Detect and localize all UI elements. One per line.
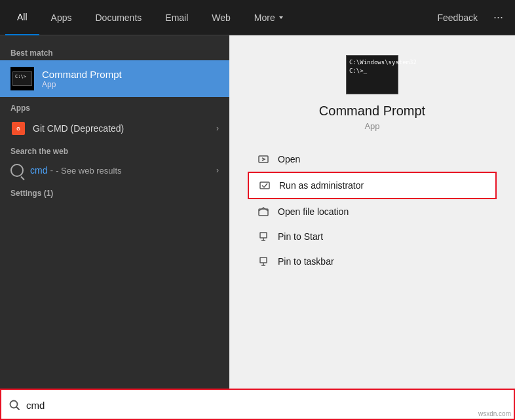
open-icon: [257, 153, 270, 166]
web-search-section-label: Search the web: [0, 142, 229, 159]
top-navigation: All Apps Documents Email Web More Feedba…: [0, 0, 515, 35]
watermark: wsxdn.com: [478, 410, 511, 417]
pin-to-start-icon: [257, 230, 270, 243]
more-options-button[interactable]: ···: [487, 0, 510, 35]
tab-more[interactable]: More: [242, 0, 296, 35]
open-file-location-icon: [257, 205, 270, 218]
right-panel: C:\Windows\system32C:\>_ Command Prompt …: [229, 35, 515, 389]
web-search-sep: -: [50, 165, 53, 176]
svg-text:G: G: [16, 126, 20, 131]
tab-all[interactable]: All: [5, 0, 39, 35]
svg-line-13: [17, 408, 20, 410]
best-match-item[interactable]: Command Prompt App: [0, 60, 229, 97]
svg-rect-9: [260, 258, 267, 263]
action-pin-to-start[interactable]: Pin to Start: [248, 224, 497, 249]
git-logo-icon: G: [14, 124, 23, 133]
action-open-file-location-label: Open file location: [278, 206, 349, 217]
best-match-subtitle: App: [42, 80, 219, 89]
search-bar-icon: [8, 398, 21, 411]
action-open[interactable]: Open: [248, 147, 497, 172]
apps-section-label: Apps: [0, 97, 229, 115]
cmd-preview-icon: C:\Windows\system32C:\>_: [346, 55, 398, 94]
tab-email[interactable]: Email: [153, 0, 200, 35]
tab-apps[interactable]: Apps: [39, 0, 84, 35]
cmd-preview-title: Command Prompt: [319, 104, 425, 119]
action-run-as-admin[interactable]: Run as administrator: [248, 172, 497, 199]
main-content: Best match Command Prompt App Apps G: [0, 35, 515, 389]
context-actions: Open Run as administrator: [248, 147, 497, 274]
action-pin-to-taskbar[interactable]: Pin to taskbar: [248, 249, 497, 274]
web-search-query: cmd: [30, 165, 47, 176]
web-search-arrow: ›: [216, 166, 219, 175]
pin-to-taskbar-icon: [257, 255, 270, 268]
best-match-title: Command Prompt: [42, 69, 219, 80]
cmd-preview-text-content: C:\Windows\system32C:\>_: [349, 58, 417, 75]
left-panel: Best match Command Prompt App Apps G: [0, 35, 229, 389]
cmd-app-icon: [10, 67, 34, 90]
search-bar: [0, 389, 515, 420]
action-open-label: Open: [278, 154, 300, 164]
action-open-file-location[interactable]: Open file location: [248, 199, 497, 224]
tab-web[interactable]: Web: [200, 0, 242, 35]
search-magnifier-icon: [9, 399, 20, 411]
git-cmd-arrow: ›: [216, 124, 219, 133]
best-match-label: Best match: [0, 43, 229, 60]
feedback-button[interactable]: Feedback: [429, 0, 487, 35]
git-cmd-label: Git CMD (Deprecated): [33, 123, 124, 134]
action-pin-to-taskbar-label: Pin to taskbar: [278, 256, 334, 267]
git-cmd-item[interactable]: G Git CMD (Deprecated) ›: [0, 115, 229, 142]
svg-rect-4: [260, 182, 269, 189]
search-input[interactable]: [26, 400, 507, 411]
action-run-as-admin-label: Run as administrator: [279, 180, 364, 191]
svg-marker-0: [279, 16, 283, 19]
svg-rect-6: [260, 233, 267, 238]
cmd-preview-subtitle: App: [364, 121, 379, 131]
run-as-admin-icon: [258, 179, 271, 192]
web-search-suffix: - See web results: [56, 166, 121, 176]
cmd-icon-inner: [12, 71, 32, 86]
best-match-text: Command Prompt App: [42, 69, 219, 89]
chevron-down-icon: [278, 14, 284, 21]
svg-rect-3: [259, 156, 268, 162]
tab-documents[interactable]: Documents: [83, 0, 153, 35]
git-icon: G: [10, 121, 26, 136]
web-search-icon: [10, 164, 24, 177]
action-pin-to-start-label: Pin to Start: [278, 231, 323, 242]
search-bar-wrapper: [0, 389, 515, 420]
settings-section-label: Settings (1): [0, 182, 229, 200]
web-search-cmd-item[interactable]: cmd - - See web results ›: [0, 159, 229, 182]
